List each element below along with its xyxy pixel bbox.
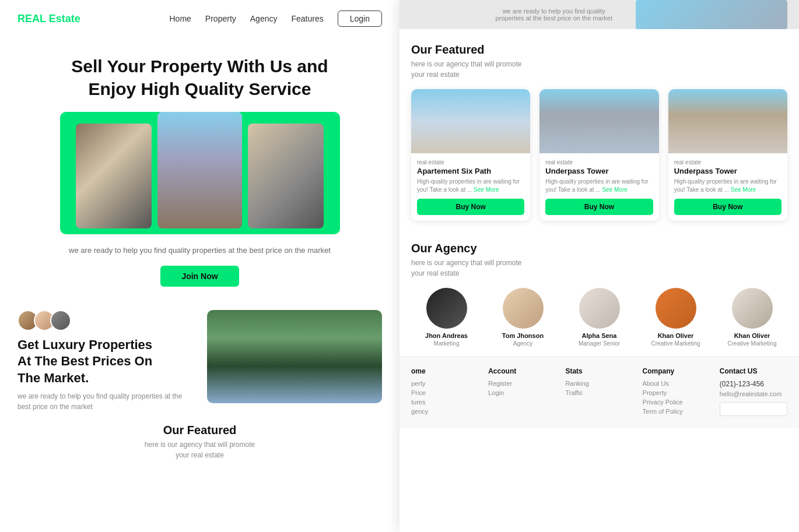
footer-company-property[interactable]: Property: [643, 389, 710, 396]
agency-section: Our Agency here is our agency that will …: [400, 232, 799, 356]
footer-account-register[interactable]: Register: [488, 380, 556, 387]
brand-name: REAL Estate: [17, 13, 80, 24]
nav-features[interactable]: Features: [291, 14, 323, 23]
property-card-1-name: Apartement Six Path: [417, 167, 524, 175]
property-card-1-desc: High-quality properties in are waiting f…: [417, 178, 524, 194]
property-card-2-name: Underpass Tower: [545, 167, 653, 175]
footer-account-login[interactable]: Login: [488, 389, 556, 396]
featured-right-subtitle: here is our agency that will promote you…: [411, 59, 787, 80]
featured-right-header: Our Featured here is our agency that wil…: [411, 43, 787, 80]
member-3-avatar: [579, 288, 620, 329]
page-left: REAL Estate Home Property Agency Feature…: [0, 0, 400, 532]
property-card-3-name: Underpass Tower: [674, 167, 782, 175]
login-button[interactable]: Login: [338, 10, 382, 27]
footer-home-item-4[interactable]: gency: [411, 408, 479, 415]
member-1-avatar: [426, 288, 467, 329]
right-top-strip: we are ready to help you find quality pr…: [400, 0, 799, 29]
member-4-role: Creative Marketing: [640, 340, 711, 347]
footer-home-item-2[interactable]: Price: [411, 389, 479, 396]
featured-left-title: Our Featured: [17, 424, 382, 437]
member-3: Alpha Sena Manager Senior: [564, 288, 635, 347]
footer-stats-ranking[interactable]: Ranking: [565, 380, 633, 387]
member-2-role: Agency: [488, 340, 558, 347]
featured-right-title: Our Featured: [411, 43, 787, 57]
property-card-3-buy-button[interactable]: Buy Now: [674, 199, 782, 215]
property-card-3-body: real estate Underpass Tower High-quality…: [668, 153, 787, 221]
member-1: Jhon Andreas Marketing: [411, 288, 482, 347]
footer-company-about[interactable]: About Us: [643, 380, 710, 387]
agency-subtitle: here is our agency that will promote you…: [411, 258, 787, 279]
hero-image-dining: [248, 124, 324, 228]
property-card-2-buy-button[interactable]: Buy Now: [545, 199, 653, 215]
property-cards: real estate Apartement Six Path High-qua…: [411, 89, 787, 221]
house-image: [207, 310, 382, 403]
hero-image-kitchen: [76, 124, 152, 228]
brand-logo: REAL Estate: [17, 13, 80, 25]
dining-photo: [248, 124, 324, 228]
nav-home[interactable]: Home: [170, 14, 191, 23]
navbar: REAL Estate Home Property Agency Feature…: [0, 0, 400, 37]
footer-newsletter-input[interactable]: [720, 402, 787, 416]
footer-col-contact: Contact US (021)-123-456 hello@realestat…: [720, 367, 787, 417]
luxury-section: Get Luxury Properties At The Best Prices…: [0, 298, 400, 413]
member-2: Tom Jhonson Agency: [488, 288, 558, 347]
nav-agency[interactable]: Agency: [250, 14, 278, 23]
member-3-role: Manager Senior: [564, 340, 635, 347]
hero-section: Sell Your Property With Us and Enjoy Hig…: [0, 37, 400, 298]
property-card-3: real estate Underpass Tower High-quality…: [668, 89, 787, 221]
member-4-avatar: [656, 288, 696, 329]
property-card-2-tag: real estate: [545, 159, 653, 165]
footer-company-terms[interactable]: Term of Policy: [643, 408, 710, 415]
member-2-name: Tom Jhonson: [488, 332, 558, 339]
property-card-2-desc: High-quality properties in are waiting f…: [545, 178, 653, 194]
property-card-2: real estate Underpass Tower High-quality…: [539, 89, 658, 221]
footer-home-item-3[interactable]: tures: [411, 399, 479, 406]
member-3-name: Alpha Sena: [564, 332, 635, 339]
property-card-3-tag: real estate: [674, 159, 782, 165]
property-card-3-see-more[interactable]: See More: [731, 186, 756, 193]
footer-company-title: Company: [643, 367, 710, 375]
page-divider: [397, 0, 402, 532]
footer-contact-email: hello@realestate.com: [720, 390, 787, 397]
hero-image-building: [157, 112, 242, 228]
property-card-1-buy-button[interactable]: Buy Now: [417, 199, 524, 215]
footer-home-item-1[interactable]: perty: [411, 380, 479, 387]
member-4-name: Khan Oliver: [640, 332, 711, 339]
join-now-button[interactable]: Join Now: [160, 266, 239, 287]
page-right: we are ready to help you find quality pr…: [400, 0, 799, 532]
member-5-name: Khan Oliver: [717, 332, 787, 339]
member-4: Khan Oliver Creative Marketing: [640, 288, 711, 347]
member-1-role: Marketing: [411, 340, 482, 347]
property-card-2-see-more[interactable]: See More: [602, 186, 627, 193]
footer-home-title: ome: [411, 367, 479, 375]
nav-links: Home Property Agency Features Login: [170, 10, 383, 27]
footer-stats-title: Stats: [565, 367, 633, 375]
footer-col-company: Company About Us Property Privacy Police…: [643, 367, 710, 417]
property-card-1-tag: real estate: [417, 159, 524, 165]
footer-col-account: Account Register Login: [488, 367, 556, 417]
featured-right-section: Our Featured here is our agency that wil…: [400, 29, 799, 232]
building-photo: [157, 112, 242, 228]
agency-members-row: Jhon Andreas Marketing Tom Jhonson Agenc…: [411, 288, 787, 347]
property-card-1-see-more[interactable]: See More: [474, 186, 499, 193]
avatar-group: [17, 310, 190, 331]
footer: ome perty Price tures gency Account Regi…: [400, 356, 799, 428]
featured-left-subtitle: here is our agency that will promote you…: [17, 439, 382, 460]
property-card-3-desc: High-quality properties in are waiting f…: [674, 178, 782, 194]
footer-col-stats: Stats Ranking Traffic: [565, 367, 633, 417]
member-5-role: Creative Marketing: [717, 340, 787, 347]
member-5: Khan Oliver Creative Marketing: [717, 288, 787, 347]
luxury-text: Get Luxury Properties At The Best Prices…: [17, 310, 190, 413]
nav-property[interactable]: Property: [205, 14, 236, 23]
hero-title: Sell Your Property With Us and Enjoy Hig…: [23, 55, 376, 100]
member-5-avatar: [732, 288, 773, 329]
footer-account-title: Account: [488, 367, 556, 375]
kitchen-photo: [76, 124, 152, 228]
property-card-1-image: [411, 89, 530, 153]
agency-title: Our Agency: [411, 242, 787, 255]
footer-company-privacy[interactable]: Privacy Police: [643, 399, 710, 406]
luxury-heading: Get Luxury Properties At The Best Prices…: [17, 337, 190, 387]
hero-images: [60, 112, 340, 234]
footer-stats-traffic[interactable]: Traffic: [565, 389, 633, 396]
property-card-2-image: [539, 89, 658, 153]
